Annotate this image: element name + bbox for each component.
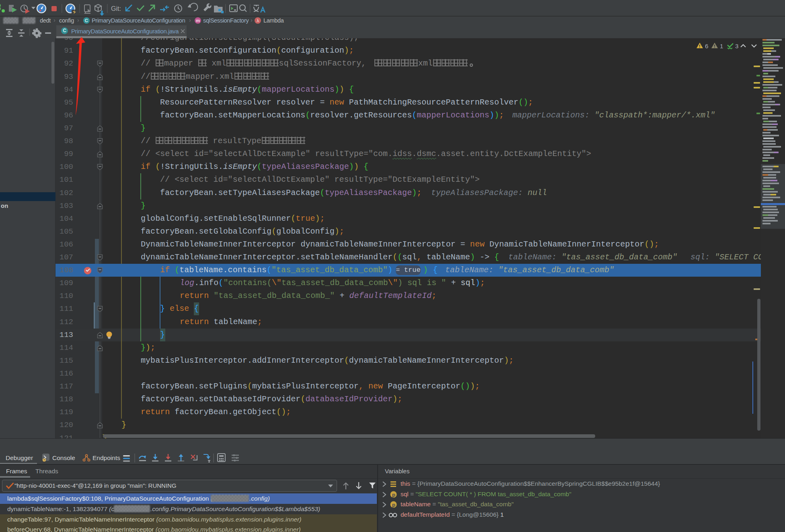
svg-text:1: 1: [720, 43, 723, 49]
svg-text:p: p: [392, 492, 395, 498]
svg-text:p: p: [392, 502, 395, 508]
svg-text:3: 3: [735, 43, 738, 49]
svg-text:6: 6: [705, 43, 708, 49]
svg-text:Git:: Git:: [111, 5, 121, 12]
